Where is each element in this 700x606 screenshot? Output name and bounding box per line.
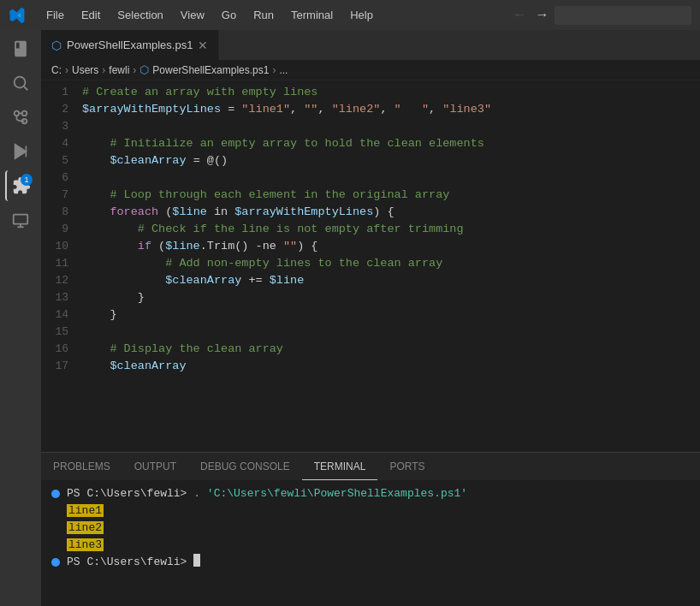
breadcrumb-users: Users	[72, 64, 98, 76]
activity-bar: 1	[0, 30, 41, 606]
panel-tab-debug[interactable]: DEBUG CONSOLE	[188, 453, 302, 480]
breadcrumb-c: C:	[51, 64, 62, 76]
vscode-logo-icon	[9, 7, 26, 24]
breadcrumb-fewli: fewli	[109, 64, 129, 76]
tab-close-button[interactable]: ✕	[198, 39, 208, 51]
panel-tab-ports[interactable]: PORTS	[377, 453, 436, 480]
terminal-output-line-1: line1	[67, 502, 690, 520]
terminal-prompt-2: PS C:\Users\fewli>	[67, 554, 193, 571]
breadcrumb-filename: PowerShellExamples.ps1	[152, 64, 269, 76]
code-line-15: 15	[41, 324, 700, 341]
extensions-badge: 1	[21, 174, 33, 186]
activity-run-icon[interactable]	[5, 136, 36, 167]
terminal-cursor	[193, 554, 200, 567]
menu-view[interactable]: View	[174, 7, 211, 23]
menu-terminal[interactable]: Terminal	[284, 7, 340, 23]
code-line-16: 16 # Display the clean array	[41, 341, 700, 358]
back-arrow-icon[interactable]: ←	[511, 6, 530, 25]
forward-arrow-icon[interactable]: →	[532, 6, 551, 25]
panel: PROBLEMS OUTPUT DEBUG CONSOLE TERMINAL P…	[41, 452, 700, 606]
tab-bar: ⬡ PowerShellExamples.ps1 ✕	[41, 30, 700, 60]
menu-selection[interactable]: Selection	[110, 7, 169, 23]
svg-line-1	[24, 86, 27, 90]
terminal-prompt-1: PS C:\Users\fewli>	[67, 485, 193, 502]
code-line-5: 5 $cleanArray = @()	[41, 152, 700, 169]
panel-tab-problems[interactable]: PROBLEMS	[41, 453, 122, 480]
code-line-7: 7 # Loop through each element in the ori…	[41, 187, 700, 204]
tab-ps-icon: ⬡	[51, 39, 62, 52]
activity-extensions-icon[interactable]: 1	[5, 170, 36, 201]
activity-explorer-icon[interactable]	[5, 33, 36, 64]
activity-remote-icon[interactable]	[5, 205, 36, 235]
terminal-dot-1	[51, 490, 60, 498]
menu-edit[interactable]: Edit	[74, 7, 107, 23]
activity-source-control-icon[interactable]	[5, 102, 36, 133]
code-line-17: 17 $cleanArray	[41, 358, 700, 375]
terminal-output-block: line1 line2 line3	[67, 502, 690, 554]
code-line-3: 3	[41, 118, 700, 135]
menu-go[interactable]: Go	[215, 7, 243, 23]
svg-point-5	[22, 111, 27, 116]
terminal-output-line-2: line2	[67, 520, 690, 537]
code-line-8: 8 foreach ($line in $arrayWithEmptyLines…	[41, 204, 700, 221]
terminal-content[interactable]: PS C:\Users\fewli> . 'C:\Users\fewli\Pow…	[41, 480, 700, 606]
title-bar: File Edit Selection View Go Run Terminal…	[0, 0, 700, 30]
terminal-output-line-3: line3	[67, 537, 690, 554]
tab-filename: PowerShellExamples.ps1	[67, 39, 193, 51]
terminal-dot-2	[51, 558, 60, 567]
code-line-6: 6	[41, 169, 700, 187]
menu-run[interactable]: Run	[246, 7, 281, 23]
panel-tab-output[interactable]: OUTPUT	[122, 453, 188, 480]
svg-point-2	[15, 111, 20, 116]
editor-tab[interactable]: ⬡ PowerShellExamples.ps1 ✕	[41, 30, 219, 60]
svg-point-0	[15, 77, 26, 88]
code-line-10: 10 if ($line.Trim() -ne "") {	[41, 238, 700, 255]
terminal-line-2: PS C:\Users\fewli>	[51, 554, 690, 571]
menu-bar: File Edit Selection View Go Run Terminal…	[39, 7, 380, 23]
code-line-13: 13 }	[41, 289, 700, 306]
terminal-command-text: . 'C:\Users\fewli\PowerShellExamples.ps1…	[193, 485, 467, 502]
svg-rect-9	[14, 215, 28, 224]
svg-marker-7	[15, 145, 27, 159]
menu-file[interactable]: File	[39, 7, 71, 23]
code-line-14: 14 }	[41, 306, 700, 324]
breadcrumb-ellipsis: ...	[279, 64, 288, 76]
panel-tab-terminal[interactable]: TERMINAL	[302, 453, 378, 480]
search-input[interactable]	[555, 6, 691, 25]
code-line-12: 12 $cleanArray += $line	[41, 272, 700, 289]
menu-help[interactable]: Help	[343, 7, 380, 23]
panel-tabs: PROBLEMS OUTPUT DEBUG CONSOLE TERMINAL P…	[41, 453, 700, 480]
terminal-line-1: PS C:\Users\fewli> . 'C:\Users\fewli\Pow…	[51, 485, 690, 502]
nav-arrows: ← →	[511, 6, 691, 25]
code-line-1: 1 # Create an array with empty lines	[41, 84, 700, 101]
activity-search-icon[interactable]	[5, 68, 36, 98]
code-editor[interactable]: 1 # Create an array with empty lines 2 $…	[41, 80, 700, 452]
editor-area: ⬡ PowerShellExamples.ps1 ✕ C: › Users › …	[41, 30, 700, 606]
code-line-2: 2 $arrayWithEmptyLines = "line1", "", "l…	[41, 101, 700, 118]
code-line-4: 4 # Initialize an empty array to hold th…	[41, 135, 700, 152]
main-container: 1 ⬡ PowerShellExamples.ps1 ✕ C: › Users …	[0, 30, 700, 606]
code-line-11: 11 # Add non-empty lines to the clean ar…	[41, 255, 700, 272]
breadcrumb: C: › Users › fewli › ⬡ PowerShellExample…	[41, 60, 700, 80]
breadcrumb-ps-icon: ⬡	[139, 63, 149, 76]
code-line-9: 9 # Check if the line is not empty after…	[41, 221, 700, 238]
